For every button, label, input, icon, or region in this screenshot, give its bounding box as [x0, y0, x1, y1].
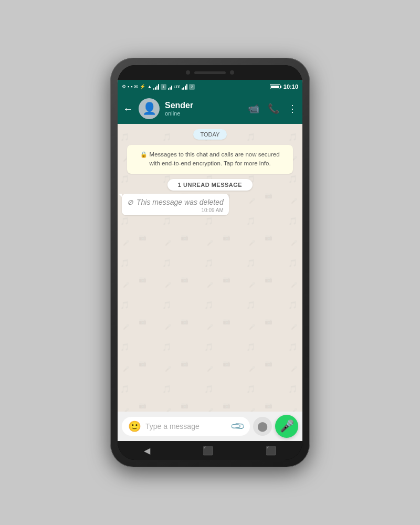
message-input[interactable]: Type a message: [145, 422, 228, 430]
avatar-person-icon: 👤: [142, 102, 156, 116]
battery-body: [270, 84, 280, 89]
header-actions: 📹 📞 ⋮: [248, 103, 297, 114]
sim2-signal: [168, 83, 172, 90]
status-bar-right: 10:10: [270, 83, 298, 90]
unread-badge: 1 UNREAD MESSAGE: [167, 179, 253, 191]
battery-fill: [271, 86, 279, 88]
signal-bars-3: [182, 83, 187, 90]
message-time: 10:09 AM: [127, 207, 224, 213]
wifi-icon: ▲: [147, 84, 152, 89]
input-area: 🙂 Type a message 📎 ⬤ 🎤: [118, 412, 302, 441]
emoji-button[interactable]: 🙂: [128, 420, 141, 433]
sim1-badge: 1: [161, 84, 166, 90]
message-bubble-deleted[interactable]: ⊘ This message was deleted 10:09 AM: [122, 194, 229, 215]
deleted-icon: ⊘: [127, 198, 133, 206]
lock-icon: 🔒: [140, 151, 148, 158]
status-time: 10:10: [284, 83, 298, 90]
deleted-message-content: ⊘ This message was deleted: [127, 198, 224, 206]
chat-area: TODAY 🔒 Messages to this chat and calls …: [118, 124, 302, 412]
contact-status: online: [165, 110, 243, 117]
sim2-badge: 2: [189, 84, 194, 90]
signal-bars-1: [153, 83, 159, 90]
sim1-signal: [153, 83, 159, 90]
mic-icon: 🎤: [280, 419, 294, 433]
voice-call-button[interactable]: 📞: [268, 103, 279, 114]
video-call-button[interactable]: 📹: [248, 103, 259, 114]
signal-bars-2: [168, 83, 172, 90]
speaker-slot: [194, 71, 226, 74]
phone-device: ⚙ ▪ ▪ ✉ ⚡ ▲ 1: [110, 58, 310, 467]
sim2-signal2: [182, 83, 187, 90]
phone-top-bezel: [118, 65, 302, 80]
nav-back-button[interactable]: ◀: [144, 446, 150, 456]
nav-recent-button[interactable]: ⬛: [266, 446, 276, 456]
contact-avatar[interactable]: 👤: [139, 98, 160, 119]
status-bar: ⚙ ▪ ▪ ✉ ⚡ ▲ 1: [118, 80, 302, 93]
camera-icon: ⬤: [257, 421, 268, 432]
date-badge: TODAY: [193, 129, 227, 140]
contact-info[interactable]: Sender online: [165, 101, 243, 117]
more-options-button[interactable]: ⋮: [288, 103, 297, 114]
mail-icon: ✉: [134, 84, 138, 89]
sensor-dot: [230, 70, 234, 75]
message-input-box[interactable]: 🙂 Type a message 📎: [122, 417, 250, 436]
image-icon: ▪: [131, 84, 132, 89]
screen: ⚙ ▪ ▪ ✉ ⚡ ▲ 1: [118, 80, 302, 441]
battery-indicator: [270, 84, 281, 89]
phone-screen: ⚙ ▪ ▪ ✉ ⚡ ▲ 1: [118, 65, 302, 460]
mic-button[interactable]: 🎤: [275, 415, 298, 438]
camera-status-icon: ⚙: [122, 84, 126, 89]
square-icon: ▪: [128, 84, 129, 89]
lte-label: LTE: [174, 85, 181, 89]
mute-icon: ⚡: [140, 84, 145, 89]
battery-tip: [280, 86, 281, 88]
camera-button[interactable]: ⬤: [253, 417, 272, 436]
phone-nav-bar: ◀ ⬛ ⬛: [118, 441, 302, 460]
nav-home-button[interactable]: ⬛: [203, 446, 213, 456]
encryption-notice[interactable]: 🔒 Messages to this chat and calls are no…: [127, 145, 293, 174]
encryption-text: Messages to this chat and calls are now …: [149, 151, 279, 166]
deleted-message-text: This message was deleted: [136, 198, 224, 206]
status-bar-left: ⚙ ▪ ▪ ✉ ⚡ ▲ 1: [122, 83, 195, 90]
camera-dot: [186, 70, 190, 75]
chat-header: ← 👤 Sender online 📹 📞 ⋮: [118, 93, 302, 124]
attachment-button[interactable]: 📎: [229, 418, 246, 434]
back-button[interactable]: ←: [123, 103, 133, 115]
contact-name: Sender: [165, 101, 243, 110]
